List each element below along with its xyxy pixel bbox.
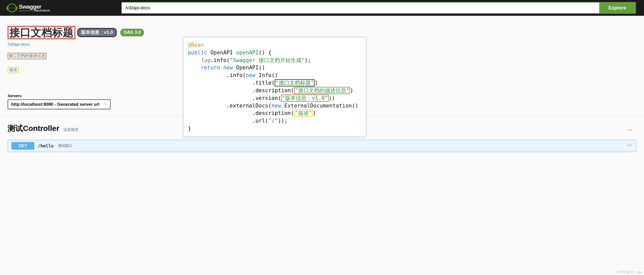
chevron-down-icon: ﹀ — [627, 142, 633, 150]
api-title: 接口文档标题 — [8, 26, 75, 39]
code-block: @Bean public OpenAPI openAPI() { log.inf… — [185, 41, 361, 132]
brand-text: Swagger supported by SMARTBEAR — [19, 4, 50, 12]
spec-url-bar: Explore — [121, 2, 636, 14]
brand-subtitle: supported by SMARTBEAR — [19, 10, 50, 12]
tag-name: 测试Controller — [8, 123, 59, 134]
operation-summary: 测试接口 — [58, 144, 72, 148]
external-docs-link[interactable]: 描述 — [8, 67, 19, 73]
explore-button[interactable]: Explore — [599, 3, 635, 13]
operation-path: /hello — [38, 143, 53, 148]
topbar: {···} Swagger supported by SMARTBEAR Exp… — [0, 0, 644, 16]
code-overlay: @Bean public OpenAPI openAPI() { log.inf… — [183, 37, 366, 137]
server-select-wrap: http://localhost:8080 - Generated server… — [8, 99, 111, 109]
http-method-badge: GET — [11, 142, 34, 150]
oas-badge: OAS 3.0 — [120, 29, 144, 36]
spec-link[interactable]: /v3/api-docs — [8, 42, 30, 47]
operation-row[interactable]: GET /hello 测试接口 ﹀ — [8, 140, 636, 152]
brand: {···} Swagger supported by SMARTBEAR — [8, 4, 50, 12]
swagger-logo-icon: {···} — [8, 4, 16, 12]
chevron-up-icon: ︿ — [627, 125, 636, 133]
tag-left: 测试Controller 这是描述 — [8, 123, 79, 134]
watermark: CSDN @XZY_one — [617, 270, 642, 274]
server-select[interactable]: http://localhost:8080 - Generated server… — [8, 99, 111, 109]
api-description: 接口文档的描述信息 — [8, 53, 46, 59]
brand-name: Swagger — [19, 4, 50, 10]
spec-url-input[interactable] — [122, 3, 599, 13]
tag-description: 这是描述 — [63, 127, 79, 132]
version-badge: 版本信息：v1.0 — [77, 28, 117, 37]
